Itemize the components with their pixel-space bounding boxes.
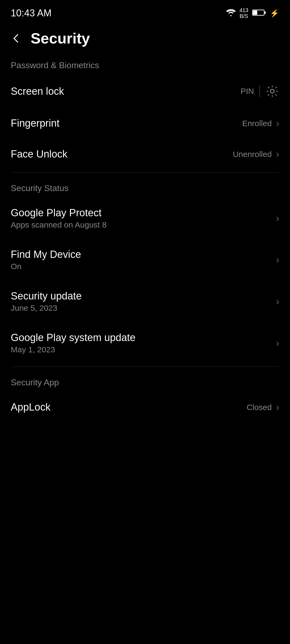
section-security-app: Security App AppLock Closed ›	[0, 369, 290, 423]
charging-icon: ⚡	[270, 9, 279, 18]
applock-value: Closed	[247, 403, 272, 412]
section-label-security-app: Security App	[0, 369, 290, 392]
security-update-subtitle: June 5, 2023	[11, 303, 82, 313]
security-update-item[interactable]: Security update June 5, 2023 ›	[0, 281, 290, 322]
screen-lock-title: Screen lock	[11, 86, 64, 97]
status-icons: 413B/S ⚡	[226, 7, 279, 19]
google-play-protect-left: Google Play Protect Apps scanned on Augu…	[11, 207, 107, 229]
google-play-protect-item[interactable]: Google Play Protect Apps scanned on Augu…	[0, 197, 290, 239]
google-play-system-update-item[interactable]: Google Play system update May 1, 2023 ›	[0, 322, 290, 364]
divider-2	[11, 367, 279, 367]
google-play-protect-right: ›	[276, 214, 279, 223]
svg-rect-1	[264, 12, 266, 14]
find-my-device-chevron-icon: ›	[276, 255, 279, 265]
security-update-right: ›	[276, 297, 279, 306]
google-play-protect-subtitle: Apps scanned on August 8	[11, 220, 107, 229]
find-my-device-title: Find My Device	[11, 249, 81, 260]
google-play-protect-title: Google Play Protect	[11, 207, 107, 219]
section-label-security-status: Security Status	[0, 175, 290, 197]
screen-lock-left: Screen lock	[11, 86, 64, 97]
applock-item[interactable]: AppLock Closed ›	[0, 392, 290, 423]
fingerprint-left: Fingerprint	[11, 118, 60, 129]
security-update-title: Security update	[11, 290, 82, 302]
google-play-system-update-title: Google Play system update	[11, 332, 136, 343]
section-password-biometrics: Password & Biometrics Screen lock PIN Fi…	[0, 52, 290, 170]
signal-indicator: 413B/S	[240, 7, 248, 19]
section-security-status: Security Status Google Play Protect Apps…	[0, 175, 290, 364]
divider-1	[11, 172, 279, 173]
wifi-icon	[226, 9, 236, 17]
face-unlock-item[interactable]: Face Unlock Unenrolled ›	[0, 139, 290, 170]
battery-icon	[252, 9, 266, 17]
screen-lock-value: PIN	[241, 87, 254, 96]
security-update-left: Security update June 5, 2023	[11, 290, 82, 313]
find-my-device-subtitle: On	[11, 262, 81, 271]
applock-title: AppLock	[11, 401, 50, 413]
gear-icon[interactable]	[265, 84, 279, 98]
applock-chevron-icon: ›	[276, 402, 279, 412]
svg-rect-2	[253, 10, 257, 15]
find-my-device-left: Find My Device On	[11, 249, 81, 271]
back-button[interactable]	[8, 30, 24, 46]
applock-right: Closed ›	[247, 402, 279, 412]
status-time: 10:43 AM	[11, 8, 52, 19]
page-title: Security	[31, 30, 90, 47]
screen-lock-right: PIN	[241, 84, 279, 98]
google-play-system-update-left: Google Play system update May 1, 2023	[11, 332, 136, 354]
vertical-divider	[259, 85, 260, 97]
google-play-protect-chevron-icon: ›	[276, 214, 279, 223]
face-unlock-title: Face Unlock	[11, 148, 67, 160]
page-header: Security	[0, 21, 290, 52]
face-unlock-left: Face Unlock	[11, 148, 67, 160]
find-my-device-item[interactable]: Find My Device On ›	[0, 239, 290, 281]
fingerprint-title: Fingerprint	[11, 118, 60, 129]
google-play-system-update-subtitle: May 1, 2023	[11, 345, 136, 354]
face-unlock-right: Unenrolled ›	[233, 149, 279, 159]
security-update-chevron-icon: ›	[276, 297, 279, 306]
applock-left: AppLock	[11, 401, 50, 413]
face-unlock-value: Unenrolled	[233, 150, 272, 159]
google-play-system-update-right: ›	[276, 338, 279, 348]
find-my-device-right: ›	[276, 255, 279, 265]
google-play-system-update-chevron-icon: ›	[276, 338, 279, 348]
status-bar: 10:43 AM 413B/S ⚡	[0, 0, 290, 21]
fingerprint-chevron-icon: ›	[276, 119, 279, 128]
face-unlock-chevron-icon: ›	[276, 149, 279, 159]
fingerprint-value: Enrolled	[242, 119, 272, 128]
svg-point-3	[270, 89, 274, 93]
fingerprint-right: Enrolled ›	[242, 119, 279, 128]
fingerprint-item[interactable]: Fingerprint Enrolled ›	[0, 108, 290, 139]
section-label-password-biometrics: Password & Biometrics	[0, 52, 290, 75]
screen-lock-item[interactable]: Screen lock PIN	[0, 75, 290, 108]
